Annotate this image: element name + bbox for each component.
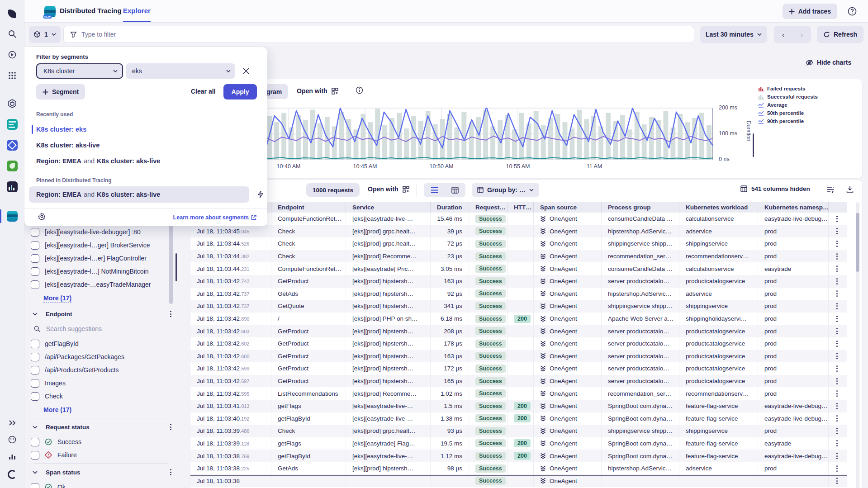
apps-grid-icon[interactable] — [0, 68, 24, 83]
kubernetes-app-icon[interactable] — [0, 96, 24, 111]
chevron-down-icon[interactable] — [33, 471, 38, 474]
zap-icon[interactable] — [257, 190, 264, 198]
table-row[interactable]: Jul 18, 11:03:42.742GetProduct[eks][prod… — [190, 275, 847, 288]
status-filter-label[interactable]: Ok — [57, 483, 66, 488]
time-range-selector[interactable]: Last 30 minutes — [700, 26, 767, 43]
filter-label[interactable]: [eks][easytrade-l…er] FlagController — [45, 255, 147, 262]
legend-scrollbar[interactable] — [753, 133, 754, 157]
table-scrollbar[interactable] — [856, 202, 859, 488]
row-actions-kebab-icon[interactable] — [835, 314, 839, 323]
add-traces-button[interactable]: Add traces — [783, 4, 837, 19]
clear-all-button[interactable]: Clear all — [191, 88, 215, 95]
columns-hidden-button[interactable]: 541 columns hidden — [740, 185, 810, 192]
column-header[interactable]: Duration — [431, 202, 469, 213]
section-title[interactable]: Endpoint — [46, 311, 164, 317]
section-kebab-icon[interactable] — [169, 422, 173, 431]
row-actions-kebab-icon[interactable] — [835, 439, 839, 448]
dynatrace-logo[interactable] — [0, 6, 24, 22]
refresh-button[interactable]: Refresh — [817, 26, 863, 43]
info-icon[interactable] — [356, 86, 363, 94]
column-header[interactable]: Kubernetes workload — [679, 202, 758, 213]
panel-scrollbar[interactable] — [169, 223, 173, 304]
row-actions-kebab-icon[interactable] — [835, 252, 839, 261]
usage-chart-icon[interactable] — [0, 449, 24, 464]
column-header[interactable]: Endpoint — [271, 202, 346, 213]
table-row[interactable]: Jul 18, 11:03:42.737GetQuote[eks][prod] … — [190, 300, 847, 313]
account-logo-icon[interactable] — [0, 467, 24, 482]
remove-segment-icon[interactable] — [238, 63, 254, 79]
row-actions-kebab-icon[interactable] — [835, 339, 839, 348]
table-row[interactable]: Jul 18, 11:03:38SuccessOneAgent — [190, 474, 847, 487]
table-row[interactable]: Jul 18, 11:03:42.600GetProduct[eks][prod… — [190, 350, 847, 363]
status-filter-label[interactable]: Success — [57, 438, 81, 445]
row-actions-kebab-icon[interactable] — [835, 239, 839, 248]
more-link[interactable]: More (17) — [43, 294, 71, 303]
filter-label[interactable]: [eks][easytrade-live-debugger] :80 — [45, 228, 141, 236]
time-back-button[interactable]: ‹ — [774, 26, 792, 43]
checkbox[interactable] — [31, 267, 39, 276]
table-row[interactable]: ComputeFunctionRet…[eks][easytrade-live-… — [190, 213, 847, 225]
infra-app-icon[interactable] — [0, 137, 24, 153]
table-row[interactable]: Jul 18, 11:03:42.602GetProduct[eks][prod… — [190, 337, 847, 350]
more-link[interactable]: More (17) — [43, 406, 71, 414]
checkbox[interactable] — [31, 451, 39, 460]
help-button[interactable] — [846, 5, 858, 17]
section-kebab-icon[interactable] — [169, 309, 173, 318]
checkbox[interactable] — [31, 254, 39, 263]
table-row[interactable]: Jul 18, 11:03:42.737GetAds[eks][prod] hi… — [190, 288, 847, 300]
filter-label[interactable]: [eks][easytrade-l…] NotMiningBitcoin — [45, 268, 149, 275]
table-row[interactable]: Jul 18, 11:03:39.118getFlags[eks][easytr… — [190, 437, 847, 450]
panel-scrollbar-thumb[interactable] — [175, 253, 177, 281]
table-view-button[interactable] — [445, 183, 465, 197]
row-actions-kebab-icon[interactable] — [835, 451, 839, 460]
checkbox[interactable] — [31, 340, 39, 348]
checkbox[interactable] — [31, 228, 39, 237]
checkbox[interactable] — [31, 366, 39, 374]
legend-item[interactable]: 90th percentile — [758, 117, 818, 125]
apply-button[interactable]: Apply — [223, 84, 257, 99]
section-title[interactable]: Request status — [46, 424, 164, 431]
column-header[interactable]: Span source — [534, 202, 602, 213]
row-actions-kebab-icon[interactable] — [835, 214, 839, 223]
add-segment-button[interactable]: Segment — [36, 84, 85, 99]
table-row[interactable]: Jul 18, 11:03:41.013getFlags[eks][easytr… — [190, 400, 847, 412]
distributed-tracing-app-icon[interactable] — [0, 208, 24, 224]
legend-item[interactable]: Failed requests — [758, 85, 818, 93]
row-actions-kebab-icon[interactable] — [835, 327, 839, 336]
section-kebab-icon[interactable] — [169, 468, 173, 477]
chevron-down-icon[interactable] — [33, 426, 38, 429]
filter-label[interactable]: [eks][easytrade-…easyTradeManager — [45, 281, 151, 288]
row-actions-kebab-icon[interactable] — [835, 227, 839, 236]
requests-duration-chart[interactable] — [194, 108, 713, 160]
table-row[interactable]: Jul 18, 11:03:44.382Check[eks][prod] Rec… — [190, 250, 847, 263]
download-icon[interactable] — [846, 185, 854, 193]
column-header[interactable]: HTT… — [508, 202, 534, 213]
automations-icon[interactable] — [0, 47, 24, 62]
green-app-icon[interactable] — [0, 158, 24, 174]
segment-key-select[interactable]: K8s cluster — [36, 63, 123, 79]
list-view-button[interactable] — [424, 183, 445, 197]
table-row[interactable]: Jul 18, 11:03:45.045Check[eks][prod] grp… — [190, 225, 847, 238]
services-app-icon[interactable] — [0, 117, 24, 132]
table-row[interactable]: Jul 18, 11:03:42.603GetProduct[eks][prod… — [190, 325, 847, 337]
row-actions-kebab-icon[interactable] — [835, 264, 839, 273]
legend-item[interactable]: 50th percentile — [758, 109, 818, 117]
time-forward-button[interactable]: › — [792, 26, 811, 43]
row-actions-kebab-icon[interactable] — [835, 389, 839, 398]
filter-label[interactable]: Images — [45, 379, 66, 387]
slm-app-icon[interactable] — [0, 179, 24, 194]
table-row[interactable]: Jul 18, 11:03:42.595ListRecommendations[… — [190, 387, 847, 400]
row-actions-kebab-icon[interactable] — [835, 426, 839, 436]
suggestions-search-input[interactable]: Search suggestions — [24, 323, 173, 335]
column-header[interactable]: Process group — [602, 202, 679, 213]
recent-segment-item[interactable]: Region: EMEAandK8s cluster: aks-live — [29, 154, 249, 168]
checkbox[interactable] — [31, 483, 39, 488]
checkbox[interactable] — [31, 280, 39, 289]
checkbox[interactable] — [31, 353, 39, 361]
table-open-with-button[interactable]: Open with — [368, 185, 409, 193]
filter-label[interactable]: [eks][easytrade-l…ger] BrokerService — [45, 242, 150, 249]
row-actions-kebab-icon[interactable] — [835, 302, 839, 311]
legend-item[interactable]: Successful requests — [758, 93, 818, 101]
checkbox[interactable] — [31, 241, 39, 250]
filter-label[interactable]: /api/Packages/GetPackages — [45, 353, 124, 360]
